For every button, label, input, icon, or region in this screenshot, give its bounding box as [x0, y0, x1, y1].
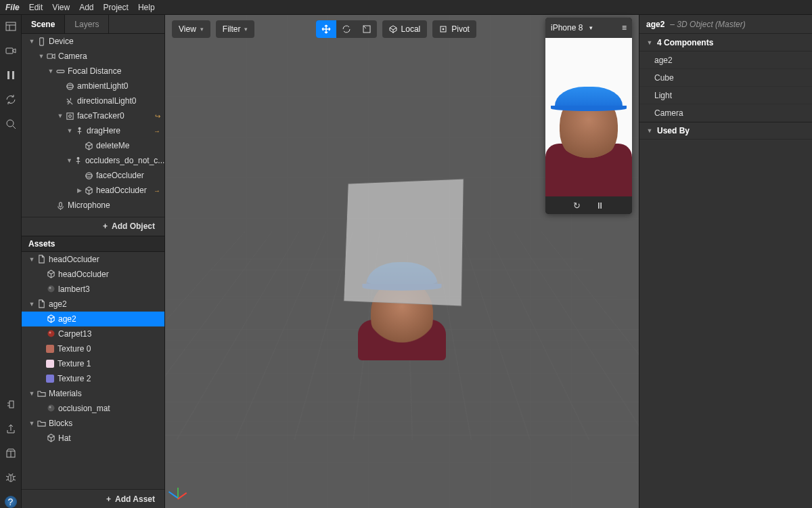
tree-row[interactable]: Carpet13	[22, 326, 164, 341]
preview-refresh-icon[interactable]: ↻	[573, 200, 581, 211]
components-header[interactable]: ▼4 Components	[639, 34, 812, 51]
tree-row[interactable]: ▼Blocks	[22, 416, 164, 431]
rotate-tool[interactable]	[336, 20, 357, 38]
search-icon[interactable]	[5, 118, 17, 130]
menu-edit[interactable]: Edit	[29, 3, 43, 12]
preview-pause-icon[interactable]: ⏸	[595, 200, 604, 211]
tree-row[interactable]: Microphone	[22, 198, 164, 213]
disclosure-icon[interactable]: ▼	[66, 157, 72, 164]
tree-row[interactable]: ▼faceTracker0↪	[22, 108, 164, 123]
disclosure-icon[interactable]: ▼	[28, 301, 35, 308]
tree-row[interactable]: headOccluder	[22, 267, 164, 282]
tree-row[interactable]: ▼occluders_do_not_c...	[22, 153, 164, 168]
viewport-area[interactable]: View▾ Filter▾ Local Pivot iPhone 8▾ ≡	[165, 15, 639, 508]
tree-row[interactable]: deleteMe	[22, 138, 164, 153]
disclosure-icon[interactable]: ▼	[28, 420, 35, 427]
tree-row[interactable]: faceOccluder	[22, 168, 164, 183]
tree-label: age2	[49, 299, 67, 309]
tree-row[interactable]: age2	[22, 312, 164, 326]
svg-point-15	[66, 83, 72, 89]
folder-icon	[37, 389, 46, 398]
tree-row[interactable]: Texture 2	[22, 371, 164, 386]
disclosure-icon[interactable]: ▼	[57, 112, 64, 119]
tree-label: age2	[58, 314, 76, 324]
tree-row[interactable]: directionalLight0	[22, 93, 164, 108]
help-icon[interactable]: ?	[5, 496, 17, 508]
disclosure-icon[interactable]: ▶	[76, 187, 83, 194]
pivot-toggle[interactable]: Pivot	[432, 20, 476, 38]
mat-icon	[46, 284, 55, 294]
tree-row[interactable]: ▼dragHere→	[22, 123, 164, 138]
tree-label: faceTracker0	[77, 111, 125, 121]
tab-scene[interactable]: Scene	[22, 15, 65, 33]
inspector-name: age2	[646, 20, 664, 29]
plus-icon: +	[106, 494, 111, 504]
tree-label: headOccluder	[49, 255, 99, 264]
menu-add[interactable]: Add	[79, 3, 93, 12]
component-item[interactable]: Light	[639, 87, 812, 104]
export-icon[interactable]	[5, 423, 17, 435]
component-item[interactable]: age2	[639, 51, 812, 69]
move-tool[interactable]	[316, 20, 336, 38]
disclosure-icon[interactable]: ▼	[28, 390, 35, 397]
svg-point-22	[77, 157, 79, 159]
tree-row[interactable]: ▼headOccluder	[22, 252, 164, 267]
file-icon	[37, 255, 46, 264]
tree-row[interactable]: occlusion_mat	[22, 401, 164, 416]
tree-row[interactable]: ambientLight0	[22, 79, 164, 93]
tree-row[interactable]: ▼Focal Distance	[22, 64, 164, 79]
filter-dropdown[interactable]: Filter▾	[216, 20, 255, 38]
pause-icon[interactable]	[5, 69, 17, 81]
disclosure-icon[interactable]: ▼	[66, 127, 73, 134]
file-icon	[37, 299, 46, 309]
transform-tools	[316, 20, 377, 38]
tree-label: headOccluder	[58, 270, 109, 279]
menu-help[interactable]: Help	[138, 3, 155, 12]
tree-row[interactable]: Hat	[22, 431, 164, 446]
tree-row[interactable]: lambert3	[22, 282, 164, 297]
snap-icon[interactable]	[5, 398, 17, 410]
plus-icon: +	[103, 221, 108, 231]
preview-menu-icon[interactable]: ≡	[622, 23, 627, 33]
inspector-type: – 3D Object (Master)	[670, 20, 745, 29]
inspector-panel: age2 – 3D Object (Master) ▼4 Components …	[639, 15, 812, 508]
tree-row[interactable]: ▼Device	[22, 34, 164, 49]
bug-icon[interactable]	[5, 471, 17, 484]
tree-label: Materials	[49, 389, 82, 398]
preview-viewport	[545, 38, 632, 196]
face-plane[interactable]	[344, 179, 463, 306]
tree-label: deleteMe	[96, 141, 129, 150]
tree-label: faceOccluder	[96, 171, 144, 180]
refresh-icon[interactable]	[5, 93, 17, 106]
tree-row[interactable]: ▼Materials	[22, 386, 164, 401]
disclosure-icon[interactable]: ▼	[38, 53, 45, 60]
cube-icon	[46, 270, 55, 279]
add-object-button[interactable]: +Add Object	[22, 217, 164, 236]
camera-icon[interactable]	[5, 45, 17, 57]
component-item[interactable]: Camera	[639, 104, 812, 122]
tree-row[interactable]: Texture 1	[22, 356, 164, 371]
package-icon[interactable]	[5, 447, 17, 459]
menu-view[interactable]: View	[52, 3, 70, 12]
menu-bar: File Edit View Add Project Help	[0, 0, 812, 15]
layout-icon[interactable]	[5, 20, 17, 33]
local-toggle[interactable]: Local	[382, 20, 428, 38]
scale-tool[interactable]	[357, 20, 377, 38]
preview-device-select[interactable]: iPhone 8	[551, 23, 583, 33]
tree-row[interactable]: Texture 0	[22, 341, 164, 356]
tree-row[interactable]: ▼age2	[22, 297, 164, 312]
tab-layers[interactable]: Layers	[65, 15, 109, 33]
assets-header: Assets	[22, 236, 164, 252]
view-dropdown[interactable]: View▾	[172, 20, 210, 38]
usedby-header[interactable]: ▼Used By	[639, 122, 812, 140]
component-item[interactable]: Cube	[639, 69, 812, 87]
cube-icon	[84, 141, 93, 150]
menu-file[interactable]: File	[5, 3, 20, 12]
disclosure-icon[interactable]: ▼	[28, 256, 35, 263]
tree-row[interactable]: ▶headOccluder→	[22, 183, 164, 198]
menu-project[interactable]: Project	[104, 3, 129, 12]
tree-row[interactable]: ▼Camera	[22, 49, 164, 64]
add-asset-button[interactable]: +Add Asset	[22, 489, 164, 508]
disclosure-icon[interactable]: ▼	[28, 38, 35, 45]
disclosure-icon[interactable]: ▼	[47, 68, 54, 75]
